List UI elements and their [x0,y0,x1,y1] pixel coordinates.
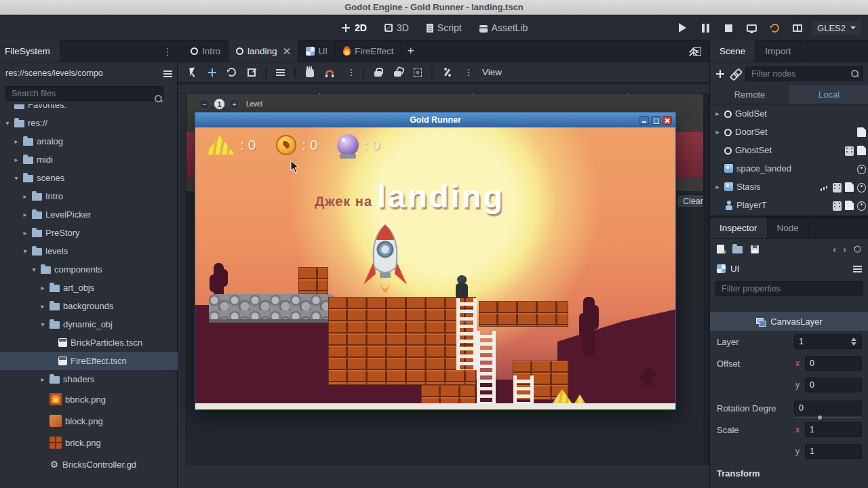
scene-tab-canvas-item[interactable]: UI [298,40,336,62]
script-icon[interactable] [857,146,866,155]
file-tree-item-folder[interactable]: ▸ midi [0,150,178,169]
canvaslayer-section-header[interactable]: CanvasLayer [710,312,868,331]
file-tree-item-folder[interactable]: ▾ scenes [0,169,178,187]
film-icon[interactable] [845,146,854,156]
dock-tab[interactable]: Import [755,40,801,62]
expand-arrow-icon[interactable]: ▸ [22,192,28,200]
file-tree-item-folder[interactable]: ▸ shaders [0,370,178,388]
scale-y-field[interactable]: 1 [805,444,862,459]
offset-x-field[interactable]: 0 [805,356,862,371]
tool-button-pan[interactable] [300,64,319,81]
file-tree-item-folder[interactable]: ▾ res:// [0,114,178,132]
dock-tab[interactable]: Scene [710,40,755,62]
script-icon[interactable] [857,127,866,137]
eye-icon[interactable] [857,201,866,211]
expand-arrow-icon[interactable]: ▾ [4,119,11,127]
scene-tree-node-sprite[interactable]: space_landed [710,159,868,178]
history-back-icon[interactable]: ‹ [833,243,836,255]
expand-arrow-icon[interactable]: ▸ [714,128,721,136]
viewport-scrollbar[interactable] [703,94,709,465]
file-tree-item-folder[interactable]: ▸ LevelPicker [0,205,178,224]
tool-button[interactable] [294,67,296,78]
file-tree-item-folder[interactable]: ▸ backgrounds [0,297,178,315]
expand-arrow-icon[interactable]: ▸ [39,284,46,291]
expand-arrow-icon[interactable]: ▸ [22,229,28,237]
tool-button[interactable] [265,67,267,78]
close-icon[interactable] [663,116,672,125]
play-button[interactable] [673,19,691,37]
split-mode-icon[interactable] [163,70,172,77]
eye-icon[interactable] [857,165,866,174]
instance-scene-icon[interactable] [730,69,740,79]
eye-icon[interactable] [857,183,866,192]
file-tree-item-folder[interactable]: ▸ analog [0,132,178,150]
file-tree-item-scene[interactable]: BrickParticles.tscn [0,333,178,352]
file-tree-item-folder[interactable]: ▸ Intro [0,187,178,205]
scene-tree-node-sprite[interactable]: ▸ Stasis [710,178,868,196]
expand-arrow-icon[interactable]: ▾ [13,174,20,182]
expand-panel-icon[interactable] [689,49,697,56]
tool-button-rotate[interactable] [222,64,241,81]
file-tree-item-image-bbrick[interactable]: bbrick.png [0,388,178,410]
file-tree-item-folder[interactable]: ▾ components [0,260,178,279]
dock-menu-icon[interactable]: ⋮ [163,46,172,57]
minimize-icon[interactable] [639,116,649,125]
save-resource-icon[interactable] [751,245,759,253]
script-icon[interactable] [845,182,854,192]
expand-arrow-icon[interactable]: ▸ [714,183,721,190]
workspace-button-ws-2d[interactable]: 2D [334,18,374,38]
file-tree-item-gdscript[interactable]: BricksController.gd [0,453,178,475]
stop-button[interactable] [719,19,737,37]
transform-section[interactable]: Transform [710,462,868,484]
tool-button-move[interactable] [203,64,221,81]
menu-item[interactable] [60,15,77,41]
load-resource-icon[interactable] [732,246,743,253]
tool-button-dots[interactable] [340,64,358,81]
scene-tab-node-circle[interactable]: landing [229,40,298,62]
layer-value-field[interactable]: 1 [794,334,862,349]
menu-item[interactable] [7,15,24,41]
workspace-button-ws-3d[interactable]: 3D [377,18,416,38]
film-icon[interactable] [833,201,842,211]
signal-icon[interactable] [821,182,829,192]
menu-item[interactable] [42,15,60,41]
expand-arrow-icon[interactable]: ▾ [22,247,28,255]
rotation-slider[interactable] [794,417,861,418]
file-tree-item-folder[interactable]: Favorites: [0,104,178,114]
file-tree-item-folder[interactable]: ▸ PreStory [0,224,178,242]
tool-button-unlock[interactable] [389,64,407,81]
history-forward-icon[interactable]: › [843,243,846,255]
scene-tree-node-node-circle[interactable]: ▸ GoldSet [710,104,868,123]
dock-tab[interactable]: Inspector [710,218,768,238]
tool-button-scale[interactable] [242,64,260,81]
remote-button[interactable]: Remote [710,85,789,104]
scene-tree-node-node-circle[interactable]: GhostSet [710,141,868,159]
play-custom-button[interactable] [789,19,806,37]
tool-button-group[interactable] [408,64,427,81]
expand-arrow-icon[interactable]: ▸ [39,375,46,383]
expand-arrow-icon[interactable]: ▸ [13,156,20,163]
game-window-titlebar[interactable]: Gold Runner [195,113,675,127]
expand-arrow-icon[interactable]: ▾ [39,321,46,328]
expand-arrow-icon[interactable]: ▸ [22,211,28,218]
tool-button[interactable] [363,67,364,78]
close-tab-icon[interactable] [283,47,290,55]
workspace-button-ws-script[interactable]: Script [419,18,469,38]
tool-button-snap[interactable] [320,64,338,81]
scene-tree-node-node-circle[interactable]: ▸ DoorSet [710,123,868,141]
pause-button[interactable] [696,19,714,37]
tool-button-select[interactable] [183,64,201,81]
expand-arrow-icon[interactable]: ▾ [31,266,37,273]
spinner-icon[interactable] [851,337,857,346]
scene-tab-node-circle[interactable]: Intro [183,40,229,62]
file-tree-item-folder[interactable]: ▾ levels [0,242,178,260]
inspector-tools-icon[interactable] [853,265,862,272]
file-tree-item-folder[interactable]: ▾ dynamic_obj [0,315,178,333]
expand-arrow-icon[interactable]: ▸ [13,138,20,145]
expand-arrow-icon[interactable]: ▸ [39,302,46,310]
renderer-select[interactable]: GLES2 [812,21,861,35]
offset-y-field[interactable]: 0 [805,378,862,392]
scene-tab-fire[interactable]: FireEffect [336,40,402,62]
menu-item[interactable] [24,15,42,41]
search-files-input[interactable] [5,86,163,101]
